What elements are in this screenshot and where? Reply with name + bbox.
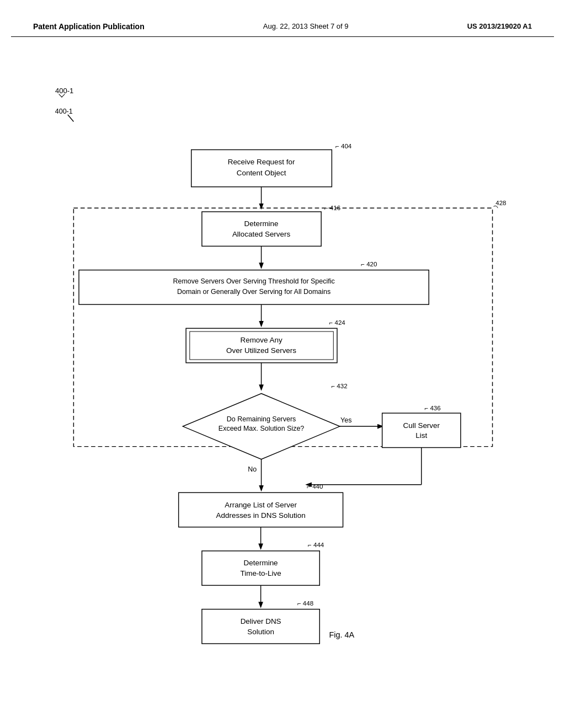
svg-text:⌐ 424: ⌐ 424 — [329, 319, 346, 326]
publication-label: Patent Application Publication — [33, 22, 145, 31]
svg-text:Deliver DNS: Deliver DNS — [241, 617, 281, 625]
svg-text:⌐ 420: ⌐ 420 — [361, 261, 377, 267]
svg-text:Arrange List of Server: Arrange List of Server — [225, 501, 297, 509]
svg-text:Remove Any: Remove Any — [240, 336, 282, 344]
page-header: Patent Application Publication Aug. 22, … — [11, 11, 554, 37]
svg-line-53 — [68, 115, 74, 121]
svg-text:⌐ 416: ⌐ 416 — [324, 205, 340, 211]
svg-text:⌐ 436: ⌐ 436 — [425, 405, 441, 411]
svg-text:⌐ 440: ⌐ 440 — [307, 483, 323, 490]
flowchart-svg: Receive Request for Content Object ⌐ 404… — [11, 42, 554, 704]
sheet-info: Aug. 22, 2013 Sheet 7 of 9 — [263, 22, 349, 30]
svg-rect-43 — [202, 551, 319, 585]
svg-text:Yes: Yes — [340, 416, 351, 424]
svg-text:⌐ 432: ⌐ 432 — [331, 383, 347, 389]
svg-text:Determine: Determine — [244, 220, 279, 228]
svg-text:⌐ 404: ⌐ 404 — [335, 143, 352, 149]
svg-text:Time-to-Live: Time-to-Live — [241, 569, 281, 577]
svg-text:List: List — [415, 431, 427, 440]
svg-text:400-1: 400-1 — [55, 108, 73, 115]
svg-text:Fig. 4A: Fig. 4A — [329, 630, 355, 639]
svg-text:⌐ 444: ⌐ 444 — [308, 542, 324, 548]
svg-text:Do Remaining Servers: Do Remaining Servers — [227, 415, 296, 423]
svg-text:No: No — [248, 465, 257, 473]
svg-rect-13 — [79, 270, 429, 304]
svg-text:Over Utilized Servers: Over Utilized Servers — [226, 346, 296, 355]
patent-number: US 2013/219020 A1 — [467, 22, 532, 30]
svg-text:Domain or Generally Over Servi: Domain or Generally Over Serving for All… — [177, 288, 331, 296]
diagram-area: 400-1 Receive Request for Content Object… — [11, 42, 554, 704]
svg-text:⌐ 448: ⌐ 448 — [297, 600, 313, 607]
svg-text:Exceed Max. Solution Size?: Exceed Max. Solution Size? — [218, 425, 305, 432]
svg-text:Cull Server: Cull Server — [403, 421, 440, 430]
svg-text:428: 428 — [495, 200, 506, 206]
svg-text:Receive Request for: Receive Request for — [228, 158, 295, 166]
svg-text:Allocated Servers: Allocated Servers — [232, 230, 291, 238]
svg-rect-38 — [179, 493, 343, 527]
svg-rect-30 — [382, 413, 461, 447]
svg-text:Content Object: Content Object — [237, 169, 286, 177]
svg-text:Addresses in DNS Solution: Addresses in DNS Solution — [216, 511, 306, 520]
svg-text:Determine: Determine — [244, 559, 278, 567]
page: Patent Application Publication Aug. 22, … — [0, 0, 565, 728]
svg-rect-7 — [202, 212, 321, 246]
svg-rect-48 — [202, 609, 319, 644]
svg-text:Remove Servers Over Serving Th: Remove Servers Over Serving Threshold fo… — [173, 277, 334, 285]
svg-text:Solution: Solution — [247, 628, 274, 636]
